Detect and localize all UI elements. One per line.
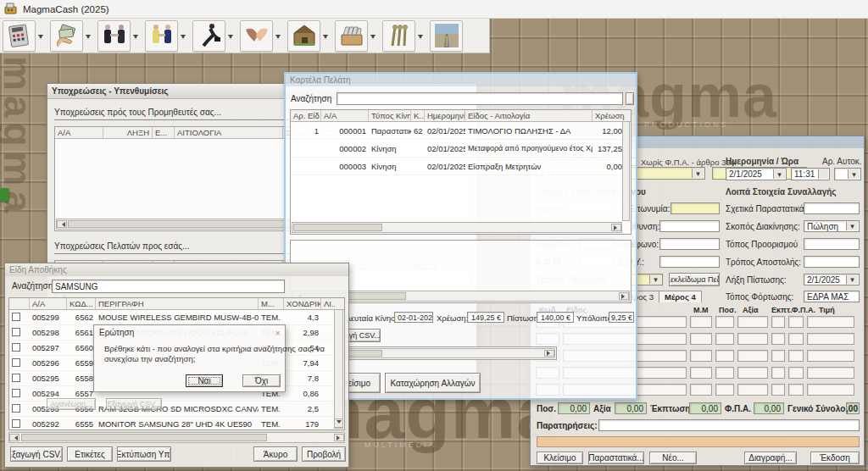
cash-menu-arrow[interactable] (83, 20, 92, 52)
price-cell[interactable] (807, 316, 854, 328)
discount-cell[interactable] (771, 384, 785, 396)
value-cell[interactable] (737, 316, 768, 328)
card-search-more-button[interactable] (626, 92, 634, 105)
notes-field[interactable] (598, 419, 860, 431)
delete-button[interactable]: Διαγραφή... (744, 452, 797, 464)
qty-cell[interactable] (715, 333, 734, 345)
col-debit[interactable]: Χρέωση (593, 110, 625, 121)
table-row[interactable]: 000003 Κίνηση 02/01/2025 Είσπραξη Μετρητ… (291, 158, 631, 175)
list-item[interactable]: 0052996562MOUSE WIRELESS GEMBIRD MUSW-4B… (9, 310, 344, 325)
warehouse-vscrollbar[interactable] (334, 309, 343, 429)
customer-card-titlebar[interactable]: Καρτέλα Πελάτη (286, 74, 636, 86)
partners-menu-arrow[interactable] (273, 20, 282, 52)
col-k[interactable]: Κ... (411, 110, 425, 121)
qty-cell[interactable] (715, 367, 734, 379)
car-no-combo[interactable] (834, 168, 861, 180)
unlock-fields-button[interactable]: Ξεκλείδωμα Πεδ. (669, 273, 720, 286)
price-cell[interactable] (807, 367, 854, 379)
col-retail[interactable]: ΛΙ... (321, 298, 335, 309)
vat-cell[interactable] (788, 350, 804, 362)
card-file-menu-arrow[interactable] (368, 20, 377, 52)
related-docs-field[interactable] (804, 202, 860, 214)
qty-cell[interactable] (715, 384, 734, 396)
warehouse-search-input[interactable]: SAMSUNG (52, 280, 285, 293)
name-field[interactable] (670, 202, 720, 214)
close-icon[interactable] (275, 328, 281, 338)
discount-cell[interactable] (771, 367, 785, 379)
discount-cell[interactable] (771, 333, 785, 345)
unit-cell[interactable] (690, 333, 712, 345)
date-picker[interactable]: 2/1/2025 (726, 168, 787, 180)
qty-cell[interactable] (715, 316, 734, 328)
time-spinner[interactable]: 11:31 (791, 168, 830, 180)
customers-button[interactable] (145, 20, 178, 52)
scroll-right-icon[interactable] (611, 224, 621, 231)
value-cell[interactable] (737, 367, 768, 379)
col-description[interactable]: ΠΕΡΙΓΡΑΦΗ (96, 298, 259, 309)
warehouse-csv-button[interactable]: Εξαγωγή CSV... (10, 446, 63, 462)
courier-button[interactable] (192, 20, 225, 52)
col-unit[interactable]: Μ... (259, 298, 284, 309)
card-file-button[interactable] (335, 20, 368, 52)
purpose-combo[interactable]: Πώληση (804, 220, 860, 232)
scroll-down-icon[interactable] (334, 418, 343, 428)
tab-part-4[interactable]: Μέρος 4 (659, 291, 702, 302)
col-aa[interactable]: Α/Α (321, 110, 369, 121)
scroll-left-icon[interactable] (57, 220, 67, 228)
price-cell[interactable] (807, 333, 854, 345)
unit-cell[interactable] (690, 316, 712, 328)
no-button[interactable]: Όχι (242, 374, 281, 387)
col-aa[interactable]: Α/Α (30, 298, 67, 309)
tax-office-field[interactable] (659, 256, 720, 268)
col-reason[interactable]: ΑΙΤΙΟΛΟΓΙΑ (175, 127, 283, 138)
card-table-hscrollbar[interactable] (292, 222, 622, 233)
tools-button[interactable] (382, 20, 415, 52)
price-cell[interactable] (807, 384, 854, 396)
shipping-field[interactable] (804, 256, 860, 268)
row-checkbox[interactable] (12, 404, 20, 413)
row-checkbox[interactable] (12, 343, 20, 352)
address-field[interactable] (659, 220, 720, 232)
card-save-changes-button[interactable]: Καταχώρηση Αλλαγών (385, 373, 481, 393)
row-checkbox[interactable] (12, 358, 20, 367)
col-date[interactable]: Ημερομηνία (425, 110, 465, 121)
warehouse-menu-arrow[interactable] (320, 20, 330, 52)
suppliers-menu-arrow[interactable] (131, 20, 140, 52)
credit-due-picker[interactable]: 2/1/2025 (804, 274, 860, 285)
value-cell[interactable] (737, 384, 768, 396)
discount-cell[interactable] (771, 316, 785, 328)
row-checkbox[interactable] (12, 313, 20, 321)
col-wholesale[interactable]: ΧΟΝΔΡΙΚ... (284, 298, 321, 309)
warehouse-view-button[interactable]: Προβολή (302, 446, 346, 462)
courier-menu-arrow[interactable] (225, 20, 235, 52)
row-checkbox[interactable] (12, 389, 20, 397)
discount-cell[interactable] (771, 350, 785, 362)
list-item[interactable]: 0052926555MONITOR SAMSUNG 28" UHD 4K UE5… (9, 417, 344, 432)
vat-cell[interactable] (788, 333, 804, 345)
unit-cell[interactable] (690, 350, 712, 362)
table-row[interactable]: 1 000001 Παραστατικό 62 02/01/2025 ΤΙΜΟΛ… (291, 122, 631, 140)
table-row[interactable]: 000002 Κίνηση 02/01/2025 Μεταφορά από πρ… (291, 140, 631, 158)
vat-cell[interactable] (788, 316, 804, 328)
warehouse-print-button[interactable]: Εκτύπωση Υπ. (117, 446, 171, 462)
suppliers-button[interactable] (97, 20, 131, 52)
yes-button[interactable]: Ναι (186, 374, 223, 387)
warehouse-titlebar[interactable]: Είδη Αποθήκης (5, 263, 348, 276)
card-table-vscrollbar[interactable] (622, 121, 630, 221)
issue-button[interactable]: Έκδοση (810, 452, 860, 464)
cash-register-menu-arrow[interactable] (36, 20, 45, 52)
documents-button[interactable]: Παραστατικά... (588, 452, 644, 464)
row-checkbox[interactable] (12, 328, 20, 336)
col-type[interactable]: Τύπος Κίνη... (369, 110, 411, 121)
unit-cell[interactable] (690, 367, 712, 379)
cash-register-button[interactable] (3, 20, 36, 52)
value-cell[interactable] (737, 333, 768, 345)
row-checkbox[interactable] (12, 419, 20, 428)
row-checkbox[interactable] (12, 374, 20, 382)
destination-field[interactable] (804, 238, 860, 250)
tools-menu-arrow[interactable] (415, 20, 425, 52)
col-kind[interactable]: Ε... (153, 127, 175, 138)
warehouse-hscrollbar[interactable] (8, 432, 345, 443)
col-due[interactable]: ΛΗΞΗ (103, 127, 153, 138)
road-button[interactable] (430, 20, 463, 52)
